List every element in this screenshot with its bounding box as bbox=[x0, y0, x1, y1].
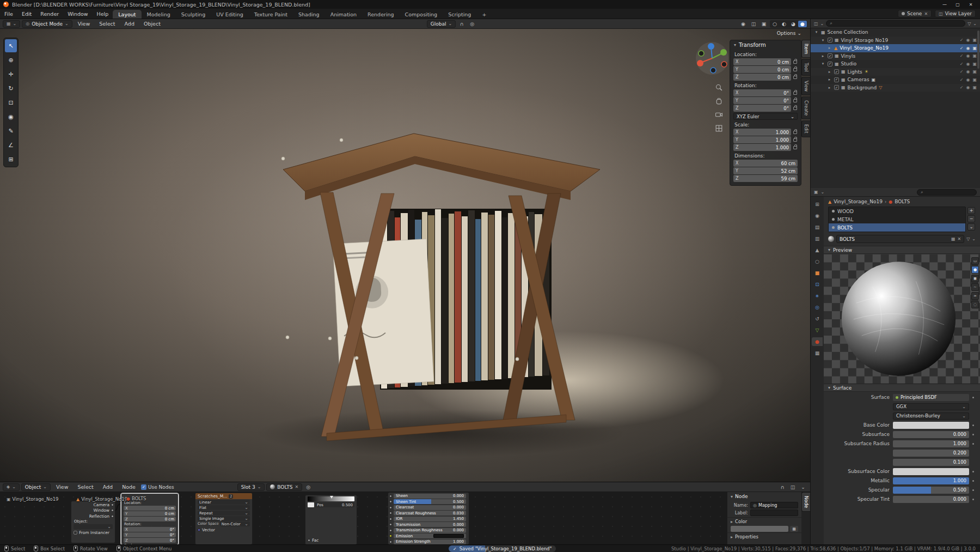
shading-material-icon[interactable]: ◕ bbox=[789, 21, 798, 27]
use-nodes-checkbox[interactable]: ✓ bbox=[141, 484, 146, 490]
hide-icon[interactable]: ◉ bbox=[966, 62, 970, 66]
add-workspace-button[interactable]: + bbox=[476, 10, 492, 19]
lock-icon[interactable] bbox=[793, 68, 797, 71]
scene-selector[interactable]: Scene ✕ bbox=[898, 10, 932, 17]
specular-tint-slider[interactable]: 0.000 bbox=[893, 496, 969, 503]
socket-icon[interactable] bbox=[389, 518, 392, 520]
hide-icon[interactable]: ◉ bbox=[966, 38, 970, 43]
menu-add[interactable]: Add bbox=[121, 21, 138, 27]
mapping-rotation-x[interactable]: X0° bbox=[124, 527, 176, 532]
xray-icon[interactable]: ▣ bbox=[759, 20, 768, 28]
node-color-swatch[interactable] bbox=[731, 526, 788, 532]
material-datablock[interactable]: BOLTS ✕ bbox=[266, 483, 302, 491]
shading-wireframe-icon[interactable]: ○ bbox=[770, 21, 779, 27]
tab-view-layer[interactable]: ▥ bbox=[812, 234, 823, 243]
workspace-tab-shading[interactable]: Shading bbox=[293, 10, 325, 19]
caret-icon[interactable]: ▾ bbox=[820, 62, 825, 66]
mapping-location-x[interactable]: X0 cm bbox=[124, 506, 176, 511]
selectable-icon[interactable]: ✓ bbox=[960, 69, 964, 74]
subsurface-slider[interactable]: 0.000 bbox=[893, 431, 969, 438]
shading-solid-icon[interactable]: ◐ bbox=[780, 21, 788, 27]
preview-flat-button[interactable]: ▭ bbox=[971, 257, 979, 265]
filter-icon[interactable]: ▽ bbox=[967, 21, 971, 26]
tab-scene[interactable]: ▲ bbox=[812, 246, 823, 254]
fake-user-icon[interactable]: ▦ bbox=[951, 236, 955, 241]
emission-row[interactable]: Emission bbox=[394, 533, 466, 538]
transform-tool[interactable]: ◉ bbox=[5, 110, 17, 123]
color-presets-button[interactable]: ▦ bbox=[790, 526, 798, 532]
tab-material[interactable]: ● bbox=[812, 337, 823, 346]
tab-tool[interactable]: Tool bbox=[801, 59, 810, 76]
socket-icon[interactable] bbox=[389, 500, 392, 503]
outliner-row-scene-collection[interactable]: ▾ ▦ Scene Collection bbox=[811, 28, 980, 37]
menu-render[interactable]: Render bbox=[36, 9, 63, 19]
selectable-icon[interactable]: ✓ bbox=[960, 53, 964, 58]
menu-view[interactable]: View bbox=[52, 484, 72, 490]
overlays-icon[interactable]: ◫ bbox=[788, 483, 797, 491]
principled-bsdf-node[interactable]: Sheen0.000 Sheen Tint0.500 Clearcoat0.00… bbox=[388, 492, 469, 544]
workspace-tab-modeling[interactable]: Modeling bbox=[142, 10, 176, 19]
workspace-tab-sculpting[interactable]: Sculpting bbox=[176, 10, 211, 19]
proportional-edit-icon[interactable]: ◎ bbox=[468, 20, 476, 28]
from-instancer-checkbox[interactable] bbox=[74, 531, 77, 535]
lock-icon[interactable] bbox=[793, 99, 797, 102]
surface-shader-button[interactable]: Principled BSDF bbox=[893, 394, 969, 401]
object-field[interactable]: ⌄ bbox=[74, 524, 113, 529]
users-badge[interactable]: 2 bbox=[229, 494, 233, 499]
keyframe-dot[interactable] bbox=[972, 434, 974, 435]
tab-particles[interactable]: ∗ bbox=[812, 292, 823, 300]
snap-magnet-icon[interactable]: ∩ bbox=[778, 483, 787, 491]
overlays-icon[interactable]: ◫ bbox=[749, 20, 758, 28]
workspace-tab-texture-paint[interactable]: Texture Paint bbox=[249, 10, 293, 19]
menu-view[interactable]: View bbox=[74, 21, 94, 27]
select-box-tool[interactable]: ↖ bbox=[5, 39, 17, 52]
render-visibility-icon[interactable]: ▣ bbox=[972, 69, 977, 74]
tab-modifiers[interactable]: ⊡ bbox=[812, 280, 823, 289]
subsurface-radius-x[interactable]: 1.000 bbox=[893, 440, 969, 447]
cursor-tool[interactable]: ⊕ bbox=[5, 53, 17, 66]
clearcoat-row[interactable]: Clearcoat0.000 bbox=[394, 505, 466, 510]
breadcrumb-material[interactable]: BOLTS bbox=[895, 199, 910, 204]
material-name-field[interactable]: BOLTS ▦ ✕ bbox=[836, 235, 964, 243]
close-button[interactable]: ✕ bbox=[965, 1, 977, 8]
render-visibility-icon[interactable]: ▣ bbox=[972, 46, 977, 51]
menu-add[interactable]: Add bbox=[99, 484, 117, 490]
caret-right-icon[interactable]: ▸ bbox=[731, 535, 733, 539]
node-label-field[interactable] bbox=[750, 509, 798, 516]
transmission-roughness-row[interactable]: Transmission Roughness0.000 bbox=[394, 528, 466, 533]
hide-icon[interactable]: ◉ bbox=[966, 69, 970, 74]
clearcoat-roughness-row[interactable]: Clearcoat Roughness0.030 bbox=[394, 511, 466, 515]
tab-object[interactable]: ■ bbox=[812, 269, 823, 277]
socket-icon[interactable] bbox=[389, 506, 392, 509]
render-visibility-icon[interactable]: ▣ bbox=[972, 62, 977, 66]
scale-tool[interactable]: ⊡ bbox=[5, 96, 17, 109]
tab-create[interactable]: Create bbox=[801, 96, 810, 119]
caret-icon[interactable]: ▾ bbox=[820, 38, 825, 43]
slot-wood[interactable]: WOOD bbox=[829, 207, 965, 215]
remove-slot-button[interactable]: − bbox=[967, 215, 975, 222]
measure-tool[interactable]: ∠ bbox=[5, 138, 17, 151]
properties-search[interactable]: ⌕ bbox=[917, 189, 977, 196]
metallic-slider[interactable]: 1.000 bbox=[893, 477, 969, 484]
dimensions-y-field[interactable]: Y52 cm bbox=[733, 167, 798, 174]
pin-icon[interactable]: ◎ bbox=[304, 483, 313, 491]
menu-select[interactable]: Select bbox=[74, 484, 97, 490]
view-layer-selector[interactable]: ◫ View Layer bbox=[935, 10, 976, 17]
caret-down-icon[interactable]: ▾ bbox=[731, 494, 733, 499]
tab-tool[interactable]: ⊞ bbox=[812, 200, 823, 209]
scale-y-field[interactable]: Y1.000 bbox=[733, 136, 791, 143]
menu-window[interactable]: Window bbox=[63, 9, 92, 19]
caret-icon[interactable]: ▾ bbox=[814, 30, 819, 34]
workspace-tab-uv-editing[interactable]: UV Editing bbox=[211, 10, 249, 19]
rotate-tool[interactable]: ↻ bbox=[5, 82, 17, 95]
pan-hand-icon[interactable] bbox=[715, 97, 723, 105]
lock-icon[interactable] bbox=[793, 131, 797, 134]
collection-checkbox[interactable]: ✓ bbox=[828, 38, 832, 43]
node-name-field[interactable]: ◎ Mapping bbox=[750, 502, 798, 508]
socket-icon[interactable] bbox=[389, 495, 392, 498]
tab-texture[interactable]: ▦ bbox=[812, 349, 823, 357]
workspace-tab-layout[interactable]: Layout bbox=[113, 10, 141, 19]
outliner-row-lights[interactable]: ▸ ✓ ▦ Lights ☀ ✓◉▣ bbox=[811, 68, 980, 76]
caret-icon[interactable]: ▸ bbox=[827, 86, 832, 90]
keyframe-dot[interactable] bbox=[972, 443, 974, 445]
